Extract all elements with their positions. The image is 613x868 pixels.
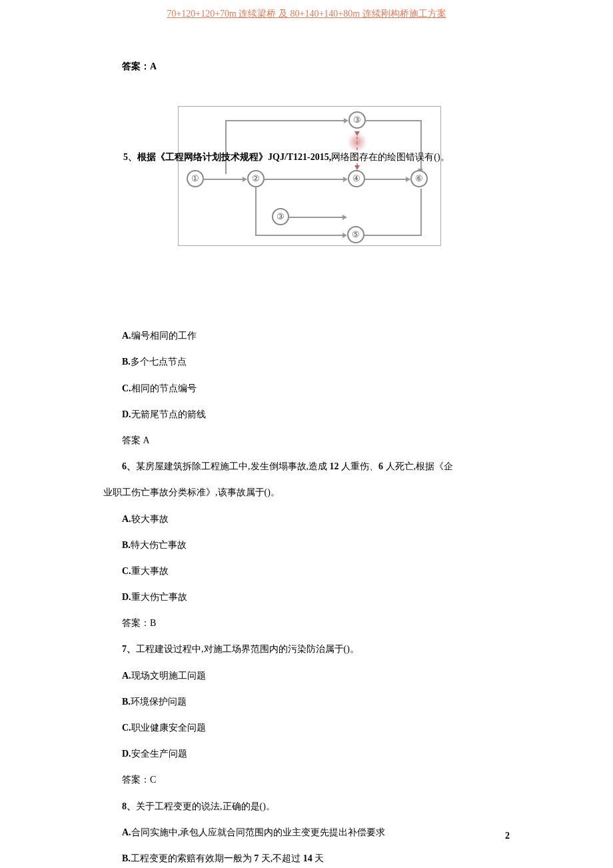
network-diagram: 5、根据《工程网络计划技术规程》JQJ/T121-2015,网络图存在的绘图错误… (170, 106, 443, 246)
edge (265, 179, 344, 180)
arrow-icon (342, 233, 347, 238)
arrow-icon (343, 177, 348, 182)
edge (225, 120, 345, 121)
q5-option-d: D.无箭尾节点的箭线 (103, 401, 516, 427)
q5-option-c: C.相同的节点编号 (103, 375, 516, 401)
edge (364, 235, 422, 236)
node-2: ② (247, 170, 265, 187)
arrow-icon (354, 165, 360, 170)
main-content: 答案：A 5、根据《工程网络计划技术规程》JQJ/T121-2015,网络图存在… (103, 53, 516, 868)
q7-option-c: C.职业健康安全问题 (103, 715, 516, 741)
q8-option-a: A.合同实施中,承包人应就合同范围内的业主变更先提出补偿要求 (103, 819, 516, 845)
diagram-frame: ③ ① ② ④ ⑥ ③ (178, 106, 441, 246)
q5-option-a: A.编号相同的工作 (103, 323, 516, 349)
q6-line1: 6、某房屋建筑拆除工程施工中,发生倒塌事故,造成 12 人重伤、6 人死亡,根据… (103, 453, 516, 479)
node-1: ① (187, 170, 204, 187)
edge (289, 217, 344, 218)
edge (420, 120, 422, 172)
q7-answer: 答案：C (103, 767, 516, 793)
arrow-icon (344, 118, 348, 123)
edge (366, 120, 422, 121)
q7-option-d: D.安全生产问题 (103, 741, 516, 767)
edge (420, 189, 422, 236)
arrow-icon (342, 215, 347, 220)
q5-option-b: B.多个七点节点 (103, 349, 516, 375)
arrow-icon (354, 131, 360, 136)
node-4: ④ (348, 170, 365, 187)
answer-4: 答案：A (103, 53, 516, 79)
q5-answer: 答案 A (103, 427, 516, 453)
q6-option-b: B.特大伤亡事故 (103, 532, 516, 558)
q7-option-a: A.现场文明施工问题 (103, 663, 516, 689)
q6-option-c: C.重大事故 (103, 558, 516, 584)
arrow-icon (406, 177, 410, 182)
node-3: ③ (348, 111, 366, 129)
q6-option-d: D.重大伤亡事故 (103, 584, 516, 610)
arrow-icon (243, 177, 247, 182)
q7-text: 7、工程建设过程中,对施工场界范围内的污染防治属于()。 (103, 636, 516, 662)
node-6: ⑥ (410, 170, 428, 187)
edge (255, 187, 257, 236)
q8-option-b: B.工程变更的索赔有效期一般为 7 天,不超过 14 天 (103, 845, 516, 868)
q6-option-a: A.较大事故 (103, 506, 516, 532)
page-number: 2 (505, 831, 510, 841)
q6-line2: 业职工伤亡事故分类标准》,该事故属于()。 (103, 479, 516, 505)
q5-text: 5、根据《工程网络计划技术规程》JQJ/T121-2015,网络图存在的绘图错误… (123, 151, 450, 163)
q7-option-b: B.环境保护问题 (103, 689, 516, 715)
header-link[interactable]: 70+120+120+70m 连续梁桥 及 80+140+140+80m 连续刚… (167, 8, 446, 20)
node-5: ⑤ (347, 226, 364, 243)
edge (225, 121, 227, 174)
edge (204, 179, 244, 180)
edge (255, 235, 344, 236)
q8-text: 8、关于工程变更的说法,正确的是()。 (103, 793, 516, 819)
node-3b: ③ (272, 208, 289, 225)
edge (365, 179, 407, 180)
q6-answer: 答案：B (103, 610, 516, 636)
